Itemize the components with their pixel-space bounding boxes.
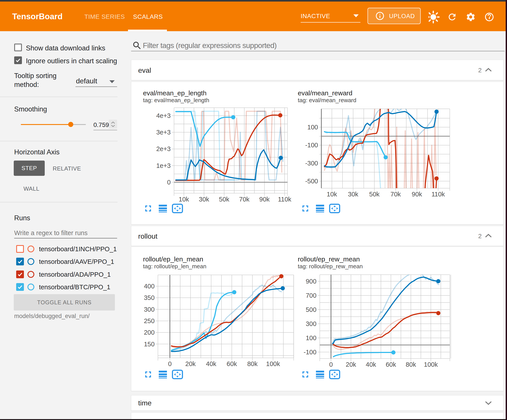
- svg-text:0: 0: [167, 179, 171, 186]
- svg-text:150: 150: [144, 341, 155, 348]
- svg-text:10k: 10k: [327, 191, 337, 198]
- svg-text:-100: -100: [303, 349, 316, 356]
- svg-text:40k: 40k: [206, 360, 216, 367]
- svg-text:4e+3: 4e+3: [156, 112, 171, 119]
- svg-text:110k: 110k: [431, 191, 445, 198]
- svg-text:90k: 90k: [412, 191, 422, 198]
- svg-text:1e+3: 1e+3: [156, 162, 171, 169]
- svg-text:tag: eval/mean_ep_length: tag: eval/mean_ep_length: [143, 97, 209, 103]
- svg-text:50k: 50k: [219, 196, 229, 203]
- svg-text:2e+3: 2e+3: [156, 145, 171, 152]
- svg-text:tag: rollout/ep_len_mean: tag: rollout/ep_len_mean: [143, 263, 206, 270]
- svg-text:30k: 30k: [199, 196, 209, 203]
- svg-text:70k: 70k: [391, 191, 401, 198]
- svg-text:300: 300: [144, 306, 155, 313]
- svg-text:-500: -500: [305, 178, 318, 185]
- svg-text:60k: 60k: [227, 360, 237, 367]
- svg-text:30k: 30k: [348, 191, 359, 198]
- svg-text:0: 0: [168, 360, 172, 367]
- svg-text:200: 200: [144, 329, 155, 336]
- svg-text:80k: 80k: [406, 361, 416, 368]
- svg-text:eval/mean_reward: eval/mean_reward: [298, 89, 352, 97]
- svg-text:300: 300: [306, 320, 316, 327]
- svg-text:90k: 90k: [259, 196, 270, 203]
- svg-text:80k: 80k: [247, 360, 258, 367]
- svg-text:500: 500: [306, 306, 316, 313]
- svg-text:20k: 20k: [346, 361, 356, 368]
- svg-text:-100: -100: [305, 142, 318, 149]
- svg-text:250: 250: [144, 317, 155, 324]
- svg-text:100k: 100k: [424, 361, 438, 368]
- svg-text:tag: eval/mean_reward: tag: eval/mean_reward: [298, 97, 356, 103]
- svg-text:100k: 100k: [266, 360, 280, 367]
- svg-text:3e+3: 3e+3: [156, 129, 171, 136]
- svg-text:0: 0: [329, 361, 333, 368]
- svg-text:50k: 50k: [369, 191, 380, 198]
- svg-text:100: 100: [306, 334, 316, 342]
- svg-text:100: 100: [307, 124, 318, 131]
- svg-text:60k: 60k: [386, 361, 396, 368]
- svg-text:20k: 20k: [185, 360, 196, 367]
- svg-text:400: 400: [144, 283, 155, 290]
- svg-text:40k: 40k: [366, 361, 376, 368]
- svg-text:350: 350: [144, 294, 155, 301]
- svg-text:700: 700: [306, 292, 316, 299]
- svg-text:eval/mean_ep_length: eval/mean_ep_length: [143, 89, 207, 97]
- svg-text:tag: rollout/ep_rew_mean: tag: rollout/ep_rew_mean: [298, 263, 363, 270]
- svg-text:10k: 10k: [179, 196, 189, 203]
- svg-text:rollout/ep_len_mean: rollout/ep_len_mean: [143, 255, 203, 263]
- svg-text:70k: 70k: [239, 196, 249, 203]
- svg-text:900: 900: [306, 278, 316, 285]
- svg-text:-300: -300: [305, 160, 318, 167]
- svg-text:110k: 110k: [278, 196, 291, 203]
- svg-text:rollout/ep_rew_mean: rollout/ep_rew_mean: [298, 255, 360, 263]
